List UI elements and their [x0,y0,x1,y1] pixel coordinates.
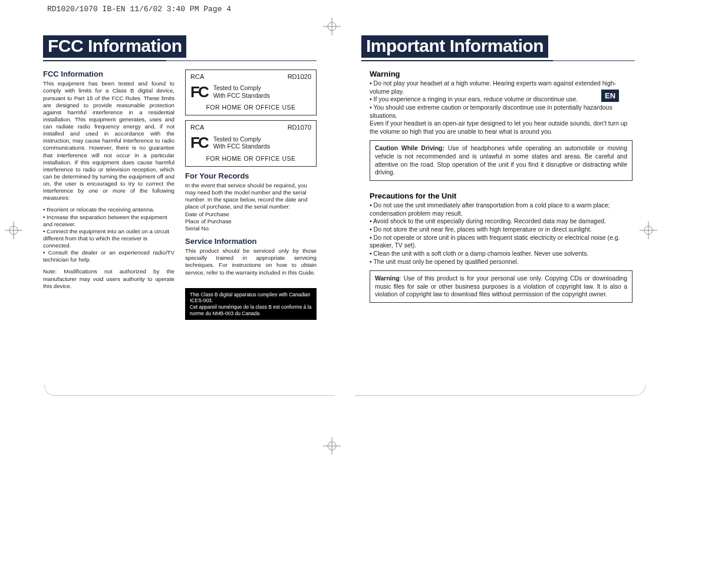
page-spread: FCC Information FCC Information This equ… [32,24,645,389]
warnbox-lead: Warning [375,275,400,282]
page-title-left: FCC Information [43,35,186,58]
ices-en: This Class B digital apparatus complies … [190,292,312,304]
left-col-1: FCC Information This equipment has been … [43,70,174,320]
tested-2a: Tested to Comply [213,135,270,143]
ices-fr: Cet appareil numérique de la class B est… [190,304,312,316]
right-page: Important Information Warning • Do not p… [351,24,645,389]
model-1: RD1020 [288,73,311,81]
fcc-bullet-3: • Connect the equipment into an outlet o… [43,228,174,249]
left-col-2: RCARD1020 FC Tested to ComplyWith FCC St… [185,70,317,320]
left-page: FCC Information FCC Information This equ… [32,24,327,389]
service-body: This product should be serviced only by … [185,247,317,276]
warnbox-text: : Use of this product is for your person… [375,275,627,297]
warn-b1: • Do not play your headset at a high vol… [370,80,633,95]
warn-b2: • If you experience a ringing in your ea… [370,95,633,104]
print-header: RD1020/1070 IB-EN 11/6/02 3:40 PM Page 4 [47,5,231,14]
tested-1b: With FCC Standards [213,92,270,100]
ices-box: This Class B digital apparatus complies … [185,288,317,320]
crop-mark-left [5,222,22,239]
warning-heading: Warning [370,70,633,78]
brand-1: RCA [190,73,204,81]
service-heading: Service Information [185,237,317,246]
records-heading: For Your Records [185,171,317,181]
caution-box: Caution While Driving: Use of headphones… [370,140,633,181]
warn-b3: • You should use extreme caution or temp… [370,104,633,120]
fcc-logo-icon: FC [190,82,207,102]
fcc-heading: FCC Information [43,70,174,79]
fcc-bullet-2: • Increase the separation between the eq… [43,214,174,228]
compliance-box-2: RCARD1070 FC Tested to ComplyWith FCC St… [185,120,317,166]
use-1: FOR HOME OR OFFICE USE [190,104,311,111]
prec-b1: • Do not use the unit immediately after … [370,201,633,217]
records-f2: Place of Purchase [185,218,317,225]
warn-p4: Even if your headset is an open-air type… [370,120,633,135]
fcc-bullet-1: • Reorient or relocate the receiving ant… [43,206,174,213]
model-2: RD1070 [288,124,311,132]
page-corner-left [44,385,334,396]
warning-box: Warning: Use of this product is for your… [370,270,633,303]
tested-2b: With FCC Standards [213,143,270,150]
precautions-heading: Precautions for the Unit [370,191,633,200]
prec-b4: • Do not operate or store unit in places… [370,234,633,250]
prec-b5: • Clean the unit with a soft cloth or a … [370,250,633,258]
prec-b6: • The unit must only be opened by qualif… [370,258,633,266]
fcc-body: This equipment has been tested and found… [43,80,174,201]
records-f1: Date of Purchase [185,211,317,218]
fcc-logo-icon: FC [190,133,207,153]
caution-lead: Caution While Driving: [375,144,448,151]
crop-mark-mid [323,437,341,455]
fcc-bullet-4: • Consult the dealer or an experienced r… [43,249,174,263]
records-body: In the event that service should be requ… [185,182,317,211]
fcc-note: Note: Modifications not authorized by th… [43,268,174,289]
records-f3: Serial No. [185,225,317,232]
use-2: FOR HOME OR OFFICE USE [190,155,311,163]
brand-2: RCA [190,124,204,132]
compliance-box-1: RCARD1020 FC Tested to ComplyWith FCC St… [185,70,317,115]
page-title-right: Important Information [361,35,548,58]
page-corner-right [355,385,645,396]
prec-b3: • Do not store the unit near fire, place… [370,226,633,234]
prec-b2: • Avoid shock to the unit especially dur… [370,217,633,226]
tested-1a: Tested to Comply [213,84,270,92]
